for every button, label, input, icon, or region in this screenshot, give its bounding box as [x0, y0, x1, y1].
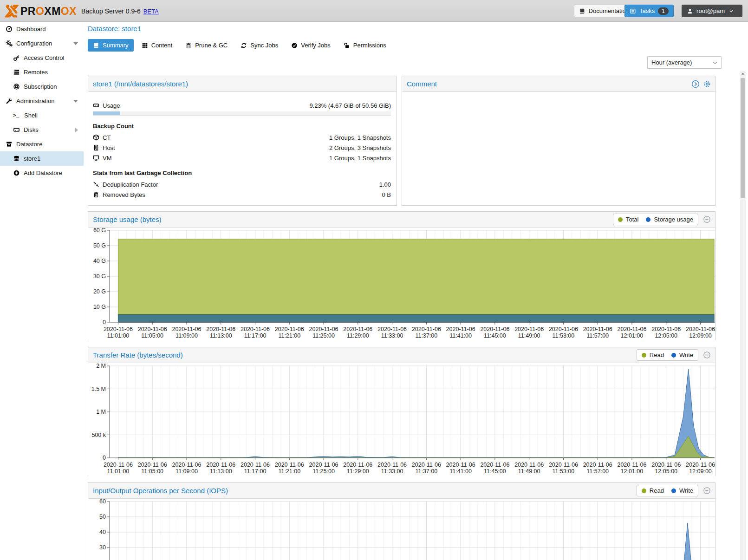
sidebar-item-administration[interactable]: Administration [0, 94, 84, 108]
usage-progress-bar [93, 111, 391, 116]
chart-title: Storage usage (bytes) [93, 215, 162, 223]
sidebar-item-configuration[interactable]: Configuration [0, 36, 84, 51]
gear-icon[interactable] [703, 80, 711, 88]
svg-text:11:33:00: 11:33:00 [381, 468, 403, 475]
sidebar-item-add-datastore[interactable]: Add Datastore [0, 166, 84, 180]
scroll-up-arrow[interactable] [740, 71, 746, 77]
chevron-down-icon [728, 8, 734, 14]
archive-icon [6, 141, 13, 148]
svg-text:50 G: 50 G [93, 242, 106, 249]
svg-text:11:25:00: 11:25:00 [312, 332, 335, 339]
grid-icon [142, 42, 148, 49]
tasks-button[interactable]: Tasks 1 [624, 5, 674, 17]
svg-text:11:45:00: 11:45:00 [484, 468, 506, 475]
svg-text:0: 0 [103, 319, 106, 326]
svg-text:2020-11-06: 2020-11-06 [377, 462, 407, 468]
task-list-icon [630, 8, 636, 14]
svg-text:60: 60 [99, 499, 106, 505]
sidebar-item-access-control[interactable]: Access Control [0, 51, 84, 65]
svg-text:12:01:00: 12:01:00 [621, 332, 644, 339]
svg-text:11:01:00: 11:01:00 [107, 332, 130, 339]
svg-text:2020-11-06: 2020-11-06 [686, 462, 715, 468]
storage-usage-chart: 010 G20 G30 G40 G50 G60 G2020-11-0611:01… [88, 228, 715, 341]
svg-text:11:21:00: 11:21:00 [278, 332, 300, 339]
chevron-down-icon [712, 59, 718, 66]
chevron-right-icon[interactable] [75, 128, 78, 132]
user-menu-button[interactable]: root@pam [682, 5, 742, 17]
vertical-scrollbar[interactable] [740, 71, 746, 560]
svg-text:1.5 M: 1.5 M [91, 386, 106, 392]
sidebar-item-dashboard[interactable]: Dashboard [0, 22, 84, 36]
gc-row-dedup: Deduplication Factor 1.00 [93, 180, 391, 189]
svg-text:11:57:00: 11:57:00 [586, 468, 609, 475]
svg-text:11:37:00: 11:37:00 [415, 332, 437, 339]
comment-body[interactable] [402, 92, 715, 205]
svg-text:2020-11-06: 2020-11-06 [138, 326, 167, 332]
sidebar-item-disks[interactable]: Disks [0, 123, 84, 137]
tab-prune-gc[interactable]: Prune & GC [180, 39, 233, 52]
edit-circle-icon[interactable] [691, 80, 700, 88]
check-circle-icon [291, 42, 298, 49]
legend-dot-storage-usage [646, 217, 650, 222]
svg-text:2020-11-06: 2020-11-06 [480, 462, 509, 468]
chevron-down-icon[interactable] [73, 100, 78, 103]
transfer-rate-chart-panel: Transfer Rate (bytes/second) Read Write … [88, 347, 715, 476]
user-icon [687, 8, 693, 14]
scrollbar-thumb[interactable] [741, 78, 745, 198]
svg-text:2020-11-06: 2020-11-06 [343, 462, 372, 468]
collapse-minus-icon[interactable] [703, 351, 711, 359]
sidebar: Dashboard Configuration Access Control R… [0, 22, 84, 560]
svg-text:11:33:00: 11:33:00 [381, 332, 403, 339]
tab-permissions[interactable]: Permissions [338, 39, 391, 52]
collapse-minus-icon[interactable] [703, 487, 711, 495]
chevron-down-icon[interactable] [73, 42, 78, 45]
svg-text:2020-11-06: 2020-11-06 [446, 462, 475, 468]
svg-text:11:41:00: 11:41:00 [449, 332, 472, 339]
svg-text:2020-11-06: 2020-11-06 [275, 462, 304, 468]
iops-chart: 01020304050602020-11-0611:01:002020-11-0… [88, 499, 715, 560]
chart-title: Input/Output Operations per Second (IOPS… [93, 487, 228, 495]
svg-text:30: 30 [99, 544, 106, 551]
sidebar-item-subscription[interactable]: Subscription [0, 79, 84, 94]
svg-text:11:01:00: 11:01:00 [107, 468, 130, 475]
beta-link[interactable]: BETA [143, 8, 159, 15]
svg-text:2020-11-06: 2020-11-06 [617, 462, 646, 468]
gc-row-removed-bytes: Removed Bytes 0 B [93, 190, 391, 199]
tab-sync-jobs[interactable]: Sync Jobs [235, 39, 283, 52]
tab-content[interactable]: Content [137, 39, 178, 52]
svg-text:11:29:00: 11:29:00 [347, 468, 369, 475]
chart-legend: Read Write [637, 349, 698, 361]
sidebar-item-remotes[interactable]: Remotes [0, 65, 84, 79]
svg-text:2020-11-06: 2020-11-06 [104, 462, 133, 468]
sidebar-item-store1[interactable]: store1 [0, 151, 84, 166]
svg-text:60 G: 60 G [93, 228, 106, 234]
collapse-minus-icon[interactable] [703, 215, 711, 223]
svg-text:0: 0 [103, 455, 106, 461]
svg-text:2020-11-06: 2020-11-06 [412, 326, 441, 332]
legend-dot-write [671, 488, 676, 493]
proxmox-logo-icon [5, 4, 19, 18]
svg-text:11:49:00: 11:49:00 [518, 468, 540, 475]
usage-row: Usage 9.23% (4.67 GiB of 50.56 GiB) [93, 101, 391, 110]
svg-text:2020-11-06: 2020-11-06 [583, 462, 612, 468]
svg-text:11:29:00: 11:29:00 [347, 332, 369, 339]
brand-wordmark: PROXMOX [20, 5, 77, 18]
svg-text:11:45:00: 11:45:00 [484, 332, 506, 339]
sidebar-item-datastore[interactable]: Datastore [0, 137, 84, 151]
time-range-select[interactable]: Hour (average) [647, 56, 722, 69]
svg-text:2020-11-06: 2020-11-06 [377, 326, 407, 332]
svg-text:11:21:00: 11:21:00 [278, 468, 300, 475]
page-title: Datastore: store1 [88, 25, 141, 33]
tab-verify-jobs[interactable]: Verify Jobs [286, 39, 336, 52]
svg-text:2 M: 2 M [96, 363, 106, 369]
comment-panel: Comment [402, 76, 715, 206]
svg-text:2020-11-06: 2020-11-06 [241, 462, 270, 468]
svg-text:11:25:00: 11:25:00 [312, 468, 335, 475]
svg-text:2020-11-06: 2020-11-06 [583, 326, 612, 332]
tab-summary[interactable]: Summary [88, 39, 134, 52]
svg-text:2020-11-06: 2020-11-06 [275, 326, 304, 332]
svg-text:11:41:00: 11:41:00 [449, 468, 472, 475]
usage-value: 9.23% (4.67 GiB of 50.56 GiB) [309, 102, 391, 109]
sidebar-item-shell[interactable]: >_ Shell [0, 108, 84, 123]
svg-text:2020-11-06: 2020-11-06 [309, 326, 338, 332]
